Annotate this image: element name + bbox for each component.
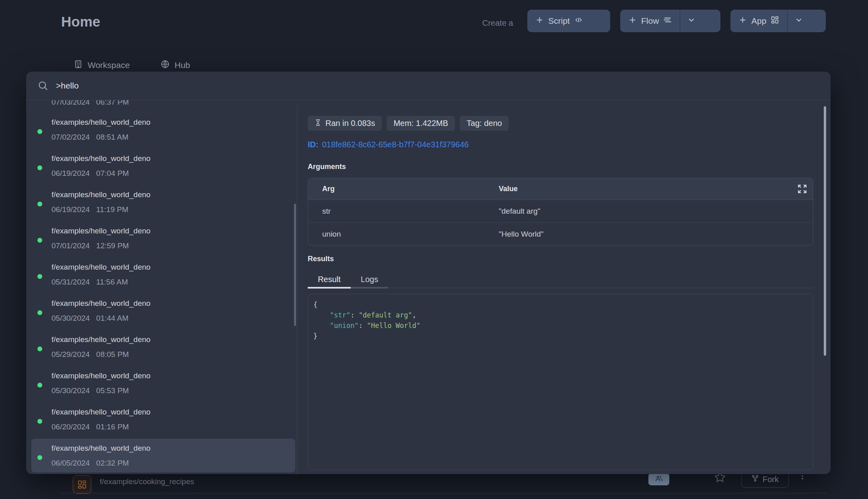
expand-table-button[interactable]	[797, 184, 807, 196]
success-dot-icon	[37, 455, 42, 460]
run-timestamp: 05/30/202401:44 AM	[51, 314, 128, 323]
duration-badge: Ran in 0.083s	[308, 116, 382, 131]
results-tabs: Result Logs	[308, 273, 388, 285]
run-path: f/examples/hello_world_deno	[51, 444, 150, 453]
run-timestamp: 06/05/202402:32 PM	[51, 459, 129, 468]
list-scrollbar-thumb[interactable]	[294, 204, 296, 326]
create-flow-label: Flow	[641, 16, 659, 26]
run-list-item[interactable]: f/examples/hello_world_deno06/05/202402:…	[31, 439, 295, 472]
run-path: f/examples/hello_world_deno	[51, 335, 150, 344]
flow-dropdown-button[interactable]	[680, 10, 702, 32]
hourglass-icon	[315, 118, 325, 129]
run-id-label: ID:	[308, 140, 319, 149]
success-dot-icon	[37, 274, 42, 279]
result-json: { "str": "default arg", "union": "Hello …	[313, 299, 813, 341]
run-list-item[interactable]: f/examples/hello_world_deno06/19/202407:…	[31, 149, 295, 183]
tab-workspace-label: Workspace	[88, 60, 130, 70]
result-json-block: { "str": "default arg", "union": "Hello …	[308, 294, 813, 470]
create-script-button[interactable]: Script	[527, 10, 610, 32]
app-dropdown-button[interactable]	[788, 10, 810, 32]
members-badge	[648, 473, 669, 485]
run-badges: Ran in 0.083s Mem: 1.422MB Tag: deno	[308, 116, 509, 131]
column-header-value: Value	[499, 185, 813, 193]
run-list-item[interactable]: f/examples/hello_world_deno06/20/202401:…	[31, 402, 295, 436]
success-dot-icon	[37, 202, 42, 206]
tab-workspace[interactable]: Workspace	[74, 60, 130, 71]
run-timestamp: 07/01/202412:59 PM	[51, 241, 129, 250]
arguments-table-body: str"default arg"union"Hello World"	[308, 200, 813, 245]
kebab-icon	[798, 475, 807, 482]
inactive-tab-indicator	[351, 287, 388, 289]
run-list-item[interactable]: f/examples/hello_world_deno07/01/202412:…	[31, 221, 295, 255]
search-row	[26, 72, 831, 100]
run-timestamp: 05/30/202405:53 PM	[51, 386, 129, 395]
run-path: f/examples/hello_world_deno	[51, 299, 150, 308]
home-screen: Home Workspace Hub Create a Script Flow …	[0, 0, 868, 499]
background-item-path: f/examples/cooking_recipes	[100, 477, 194, 486]
run-timestamp: 07/02/202408:51 AM	[51, 133, 128, 142]
search-input[interactable]	[56, 78, 780, 93]
run-path: f/examples/hello_world_deno	[51, 371, 150, 380]
chevron-down-icon	[795, 16, 803, 26]
expand-icon	[797, 188, 807, 196]
arguments-title: Arguments	[308, 163, 346, 171]
flow-bars-icon	[663, 16, 672, 26]
run-list-item[interactable]: f/examples/hello_world_deno05/31/202411:…	[31, 258, 295, 291]
column-divider	[297, 105, 297, 474]
run-list-item[interactable]: f/examples/hello_world_deno07/02/202408:…	[31, 113, 295, 146]
tab-hub[interactable]: Hub	[160, 60, 190, 71]
star-icon	[714, 478, 726, 485]
arguments-table-row: union"Hello World"	[308, 223, 813, 245]
arguments-table-row: str"default arg"	[308, 200, 813, 223]
run-list-item[interactable]: f/examples/hello_world_deno05/30/202405:…	[31, 366, 295, 400]
run-timestamp: 06/20/202401:16 PM	[51, 423, 129, 431]
run-timestamp: 06/19/202407:04 PM	[51, 169, 129, 178]
column-header-arg: Arg	[308, 185, 499, 193]
success-dot-icon	[37, 346, 42, 351]
run-path: f/examples/hello_world_deno	[51, 190, 150, 199]
success-dot-icon	[37, 419, 42, 424]
app-grid-icon	[73, 475, 91, 494]
building-icon	[74, 60, 83, 71]
run-list-item[interactable]: f/examples/hello_world_deno06/19/202411:…	[31, 185, 295, 219]
tab-logs[interactable]: Logs	[351, 273, 388, 285]
tag-badge: Tag: deno	[460, 116, 509, 131]
run-timestamp: 06/19/202411:19 PM	[51, 205, 128, 214]
arguments-table-header: Arg Value	[308, 178, 813, 200]
layout-dashboard-icon	[771, 16, 779, 26]
fork-label: Fork	[763, 475, 779, 484]
create-flow-button[interactable]: Flow	[620, 10, 720, 32]
run-path: f/examples/hello_world_deno	[51, 227, 150, 235]
results-title: Results	[308, 255, 334, 263]
run-id[interactable]: ID:018fe862-8c62-65e8-b7f7-04e31f379646	[308, 140, 469, 149]
panel-scrollbar-thumb[interactable]	[824, 106, 826, 356]
quick-search-modal: 07/03/202406:37 PM f/examples/hello_worl…	[26, 72, 831, 474]
tag-text: Tag: deno	[467, 119, 502, 128]
success-dot-icon	[37, 238, 42, 243]
row-divider	[61, 493, 827, 493]
page-title: Home	[61, 14, 100, 30]
duration-text: Ran in 0.083s	[325, 119, 375, 128]
create-app-button[interactable]: App	[730, 10, 826, 32]
run-path: f/examples/hello_world_deno	[51, 154, 150, 163]
search-icon	[37, 80, 48, 93]
run-list-item[interactable]: f/examples/hello_world_deno05/29/202408:…	[31, 330, 295, 364]
create-a-label: Create a	[482, 19, 513, 28]
arguments-table: Arg Value str"default arg"union"Hello Wo…	[308, 178, 813, 245]
git-fork-icon	[751, 474, 759, 484]
run-timestamp: 05/31/202411:56 AM	[51, 278, 128, 287]
globe-icon	[160, 60, 170, 71]
code-icon	[574, 16, 583, 26]
success-dot-icon	[37, 129, 42, 134]
run-timestamp-partial: 07/03/202406:37 PM	[51, 100, 129, 107]
chevron-down-icon	[687, 16, 695, 26]
run-list-item[interactable]: f/examples/hello_world_deno05/30/202401:…	[31, 294, 295, 328]
plus-icon	[738, 16, 747, 26]
success-dot-icon	[37, 165, 42, 170]
run-path: f/examples/hello_world_deno	[51, 263, 150, 272]
plus-icon	[535, 16, 544, 26]
plus-icon	[628, 16, 637, 26]
run-id-value[interactable]: 018fe862-8c62-65e8-b7f7-04e31f379646	[322, 140, 469, 149]
tab-result[interactable]: Result	[308, 273, 351, 285]
memory-text: Mem: 1.422MB	[393, 119, 448, 128]
